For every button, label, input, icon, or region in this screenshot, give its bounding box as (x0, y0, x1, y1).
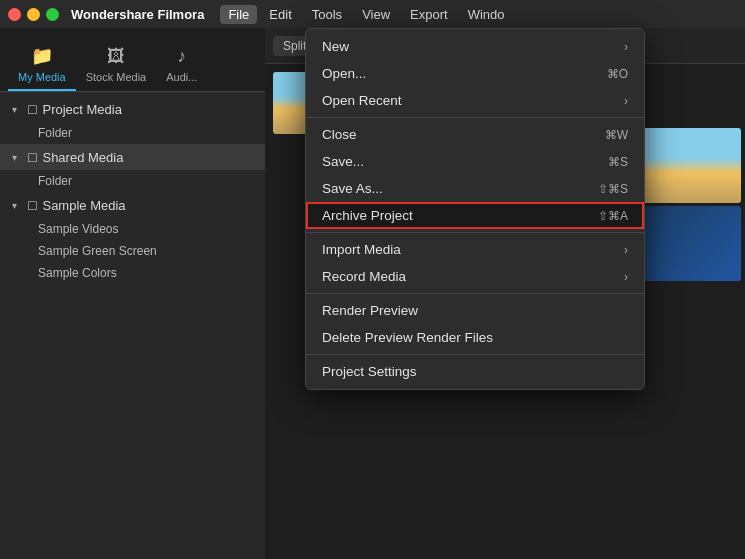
menu-open-recent-label: Open Recent (322, 93, 402, 108)
menu-import-label: Import Media (322, 242, 401, 257)
menu-item-new[interactable]: New › (306, 33, 644, 60)
project-media-label: Project Media (42, 102, 121, 117)
menu-item-import[interactable]: Import Media › (306, 236, 644, 263)
menu-item-close[interactable]: Close ⌘W (306, 121, 644, 148)
menu-item-project-settings[interactable]: Project Settings (306, 358, 644, 385)
tree-child-folder-1[interactable]: Folder (0, 122, 265, 144)
folder-icon-project-media: □ (28, 101, 36, 117)
menu-save-shortcut: ⌘S (608, 155, 628, 169)
minimize-button[interactable] (27, 8, 40, 21)
menu-import-arrow: › (624, 243, 628, 257)
close-button[interactable] (8, 8, 21, 21)
tab-stock-media-label: Stock Media (86, 71, 147, 83)
menu-close-shortcut: ⌘W (605, 128, 628, 142)
menu-archive-shortcut: ⇧⌘A (598, 209, 628, 223)
menubar: Wondershare Filmora File Edit Tools View… (0, 0, 745, 28)
menu-archive-label: Archive Project (322, 208, 413, 223)
maximize-button[interactable] (46, 8, 59, 21)
menu-item-open-recent[interactable]: Open Recent › (306, 87, 644, 114)
arrow-project-media: ▾ (12, 104, 22, 115)
menu-open-shortcut: ⌘O (607, 67, 628, 81)
menu-edit[interactable]: Edit (261, 5, 299, 24)
tab-my-media-label: My Media (18, 71, 66, 83)
menu-item-save[interactable]: Save... ⌘S (306, 148, 644, 175)
menu-item-delete-preview[interactable]: Delete Preview Render Files (306, 324, 644, 351)
app-name: Wondershare Filmora (71, 7, 204, 22)
divider-4 (306, 354, 644, 355)
menu-record-arrow: › (624, 270, 628, 284)
divider-1 (306, 117, 644, 118)
tree-child-sample-green[interactable]: Sample Green Screen (0, 240, 265, 262)
stock-media-icon: 🖼 (107, 46, 125, 67)
menu-item-open[interactable]: Open... ⌘O (306, 60, 644, 87)
menu-item-record[interactable]: Record Media › (306, 263, 644, 290)
traffic-lights (8, 8, 59, 21)
tree-item-shared-media[interactable]: ▾ □ Shared Media (0, 144, 265, 170)
file-dropdown-menu: New › Open... ⌘O Open Recent › Close ⌘W … (305, 28, 645, 390)
menu-window[interactable]: Windo (460, 5, 513, 24)
tree-child-folder-2[interactable]: Folder (0, 170, 265, 192)
sidebar: 📁 My Media 🖼 Stock Media ♪ Audi... ▾ □ P… (0, 28, 265, 559)
divider-2 (306, 232, 644, 233)
menu-tools[interactable]: Tools (304, 5, 350, 24)
folder-icon-shared-media: □ (28, 149, 36, 165)
tabs-row: 📁 My Media 🖼 Stock Media ♪ Audi... (0, 28, 265, 92)
menu-record-label: Record Media (322, 269, 406, 284)
divider-3 (306, 293, 644, 294)
tree-child-sample-colors[interactable]: Sample Colors (0, 262, 265, 284)
menu-save-as-label: Save As... (322, 181, 383, 196)
menu-file[interactable]: File (220, 5, 257, 24)
menu-item-render[interactable]: Render Preview (306, 297, 644, 324)
menu-delete-preview-label: Delete Preview Render Files (322, 330, 493, 345)
menu-item-save-as[interactable]: Save As... ⇧⌘S (306, 175, 644, 202)
menu-project-settings-label: Project Settings (322, 364, 417, 379)
tree-item-sample-media[interactable]: ▾ □ Sample Media (0, 192, 265, 218)
shared-media-label: Shared Media (42, 150, 123, 165)
folder-icon-sample-media: □ (28, 197, 36, 213)
media-tree: ▾ □ Project Media Folder ▾ □ Shared Medi… (0, 92, 265, 559)
menu-view[interactable]: View (354, 5, 398, 24)
menu-new-arrow: › (624, 40, 628, 54)
menu-export[interactable]: Export (402, 5, 456, 24)
sample-media-label: Sample Media (42, 198, 125, 213)
menu-open-label: Open... (322, 66, 366, 81)
tree-item-project-media[interactable]: ▾ □ Project Media (0, 96, 265, 122)
menu-save-as-shortcut: ⇧⌘S (598, 182, 628, 196)
menubar-items: File Edit Tools View Export Windo (220, 5, 512, 24)
tab-audio-label: Audi... (166, 71, 197, 83)
tab-my-media[interactable]: 📁 My Media (8, 39, 76, 91)
audio-icon: ♪ (177, 46, 186, 67)
menu-item-archive[interactable]: Archive Project ⇧⌘A (306, 202, 644, 229)
menu-open-recent-arrow: › (624, 94, 628, 108)
arrow-sample-media: ▾ (12, 200, 22, 211)
tree-child-sample-videos[interactable]: Sample Videos (0, 218, 265, 240)
menu-new-label: New (322, 39, 349, 54)
tab-audio[interactable]: ♪ Audi... (156, 40, 207, 91)
menu-save-label: Save... (322, 154, 364, 169)
my-media-icon: 📁 (31, 45, 53, 67)
menu-close-label: Close (322, 127, 357, 142)
arrow-shared-media: ▾ (12, 152, 22, 163)
tab-stock-media[interactable]: 🖼 Stock Media (76, 40, 157, 91)
menu-render-label: Render Preview (322, 303, 418, 318)
